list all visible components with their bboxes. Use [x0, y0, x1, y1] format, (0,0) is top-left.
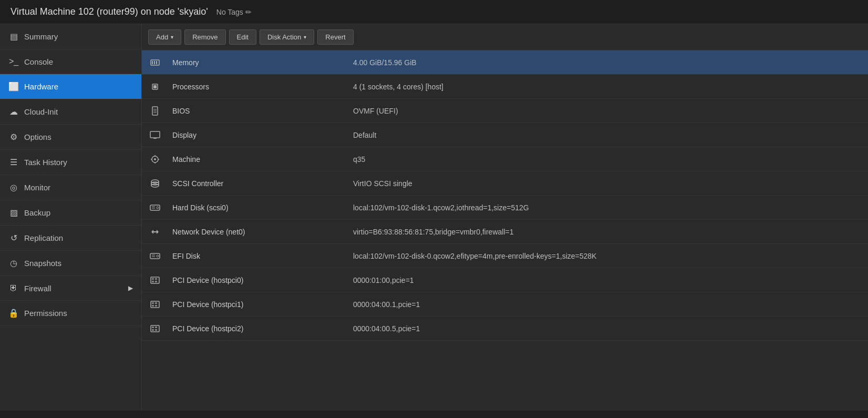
svg-rect-1	[152, 61, 153, 64]
hw-name-10: PCI Device (hostpci1)	[168, 295, 347, 314]
hw-value-4: q35	[347, 150, 868, 169]
hw-name-0: Memory	[168, 53, 347, 72]
sidebar-item-backup[interactable]: ▨Backup	[0, 200, 141, 226]
table-row[interactable]: BIOSOVMF (UEFI)	[142, 99, 868, 123]
edit-tags-icon[interactable]: ✏	[245, 8, 252, 16]
svg-rect-40	[151, 301, 159, 308]
title-bar: Virtual Machine 102 (router99) on node '…	[0, 0, 868, 24]
hw-name-4: Machine	[168, 150, 347, 169]
remove-button[interactable]: Remove	[184, 29, 225, 45]
table-row[interactable]: Processors4 (1 sockets, 4 cores) [host]	[142, 75, 868, 99]
summary-icon: ▤	[8, 32, 19, 42]
table-row[interactable]: Memory4.00 GiB/15.96 GiB	[142, 50, 868, 75]
hw-icon-2	[142, 106, 168, 116]
task-history-icon: ☰	[8, 157, 19, 167]
svg-marker-30	[151, 230, 153, 234]
hw-name-8: EFI Disk	[168, 247, 347, 266]
sidebar-item-firewall[interactable]: ⛨Firewall▶	[0, 276, 141, 301]
tags-label[interactable]: No Tags ✏	[216, 8, 252, 16]
sidebar-item-options[interactable]: ⚙Options	[0, 125, 141, 150]
svg-rect-43	[152, 305, 154, 307]
svg-rect-41	[152, 302, 154, 304]
sidebar-item-console[interactable]: >_Console	[0, 49, 141, 74]
table-row[interactable]: SCSI ControllerVirtIO SCSI single	[142, 171, 868, 196]
svg-rect-3	[156, 61, 157, 64]
table-row[interactable]: Network Device (net0)virtio=B6:93:88:56:…	[142, 220, 868, 244]
sidebar-item-label-permissions: Permissions	[24, 309, 67, 318]
svg-rect-39	[155, 281, 157, 282]
svg-rect-35	[151, 277, 159, 283]
hw-name-3: Display	[168, 126, 347, 145]
revert-button[interactable]: Revert	[317, 29, 353, 45]
sidebar-item-label-firewall: Firewall	[24, 284, 51, 293]
svg-rect-44	[155, 305, 157, 307]
hw-icon-7	[142, 228, 168, 236]
sidebar-item-label-options: Options	[24, 132, 51, 141]
hw-value-1: 4 (1 sockets, 4 cores) [host]	[347, 77, 868, 96]
hw-value-6: local:102/vm-102-disk-1.qcow2,iothread=1…	[347, 198, 868, 217]
sidebar-item-permissions[interactable]: 🔒Permissions	[0, 301, 141, 326]
hw-value-3: Default	[347, 126, 868, 145]
hw-icon-3	[142, 131, 168, 139]
firewall-icon: ⛨	[8, 283, 19, 293]
hw-icon-8	[142, 252, 168, 260]
content-area: Add ▾ Remove Edit Disk Action ▾ Revert M…	[142, 24, 868, 411]
hw-icon-6	[142, 203, 168, 212]
svg-rect-37	[155, 278, 157, 280]
svg-rect-38	[152, 281, 154, 282]
hardware-icon: ⬜	[8, 81, 19, 91]
svg-marker-29	[157, 230, 159, 234]
svg-rect-48	[152, 329, 154, 331]
sidebar-item-label-summary: Summary	[24, 32, 58, 41]
hw-value-8: local:102/vm-102-disk-0.qcow2,efitype=4m…	[347, 247, 868, 266]
edit-button[interactable]: Edit	[229, 29, 256, 45]
hw-value-5: VirtIO SCSI single	[347, 174, 868, 193]
hw-name-5: SCSI Controller	[168, 174, 347, 193]
svg-rect-24	[150, 205, 160, 210]
svg-point-14	[154, 158, 156, 160]
main-layout: ▤Summary>_Console⬜Hardware☁Cloud-Init⚙Op…	[0, 24, 868, 411]
hw-name-7: Network Device (net0)	[168, 222, 347, 241]
disk-action-button[interactable]: Disk Action ▾	[260, 29, 314, 45]
hw-value-2: OVMF (UEFI)	[347, 101, 868, 120]
sidebar: ▤Summary>_Console⬜Hardware☁Cloud-Init⚙Op…	[0, 24, 142, 411]
hw-value-10: 0000:04:00.1,pcie=1	[347, 295, 868, 314]
hw-icon-9	[142, 277, 168, 284]
table-row[interactable]: PCI Device (hostpci0)0000:01:00,pcie=1	[142, 268, 868, 292]
sidebar-item-label-monitor: Monitor	[24, 183, 50, 192]
table-row[interactable]: DisplayDefault	[142, 123, 868, 147]
cloud-init-icon: ☁	[8, 107, 19, 117]
console-icon: >_	[8, 57, 19, 66]
permissions-icon: 🔒	[8, 308, 19, 318]
sidebar-item-label-task-history: Task History	[24, 158, 67, 167]
sidebar-item-label-cloud-init: Cloud-Init	[24, 107, 58, 116]
hw-name-2: BIOS	[168, 101, 347, 120]
hw-name-6: Hard Disk (scsi0)	[168, 198, 347, 217]
hardware-table: Memory4.00 GiB/15.96 GiBProcessors4 (1 s…	[142, 50, 868, 411]
hw-icon-1	[142, 82, 168, 91]
toolbar: Add ▾ Remove Edit Disk Action ▾ Revert	[142, 24, 868, 50]
sidebar-item-replication[interactable]: ↺Replication	[0, 226, 141, 251]
table-row[interactable]: PCI Device (hostpci2)0000:04:00.5,pcie=1	[142, 317, 868, 341]
table-row[interactable]: Hard Disk (scsi0)local:102/vm-102-disk-1…	[142, 196, 868, 220]
sidebar-item-summary[interactable]: ▤Summary	[0, 24, 141, 49]
table-row[interactable]: Machineq35	[142, 147, 868, 171]
sidebar-item-hardware[interactable]: ⬜Hardware	[0, 74, 141, 99]
svg-point-21	[151, 184, 159, 187]
sidebar-item-monitor[interactable]: ◎Monitor	[0, 175, 141, 200]
sidebar-item-task-history[interactable]: ☰Task History	[0, 150, 141, 175]
svg-rect-10	[150, 131, 160, 138]
replication-icon: ↺	[8, 233, 19, 243]
sidebar-item-snapshots[interactable]: ◷Snapshots	[0, 251, 141, 276]
svg-point-32	[157, 255, 159, 257]
sidebar-item-cloud-init[interactable]: ☁Cloud-Init	[0, 99, 141, 125]
hw-name-1: Processors	[168, 77, 347, 96]
hw-value-7: virtio=B6:93:88:56:81:75,bridge=vmbr0,fi…	[347, 222, 868, 241]
sidebar-item-label-replication: Replication	[24, 233, 63, 242]
hw-value-9: 0000:01:00,pcie=1	[347, 271, 868, 290]
svg-rect-47	[155, 327, 157, 328]
add-button[interactable]: Add ▾	[148, 29, 181, 45]
table-row[interactable]: PCI Device (hostpci1)0000:04:00.1,pcie=1	[142, 292, 868, 317]
table-row[interactable]: EFI Disklocal:102/vm-102-disk-0.qcow2,ef…	[142, 244, 868, 268]
hw-icon-10	[142, 301, 168, 308]
